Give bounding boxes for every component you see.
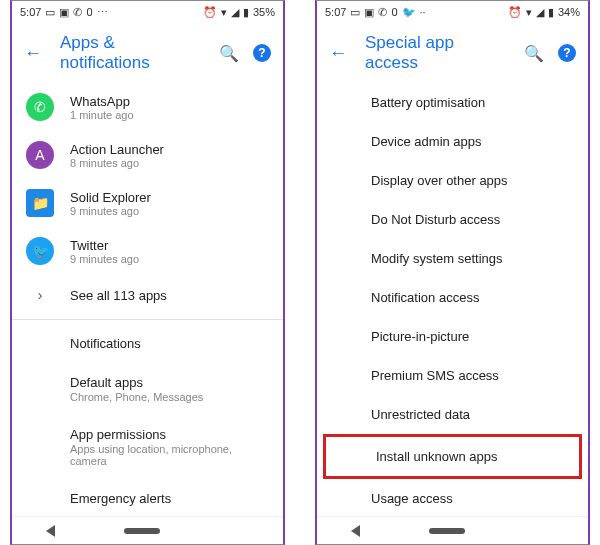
app-subtitle: 9 minutes ago — [70, 253, 139, 265]
setting-subtitle: Chrome, Phone, Messages — [70, 391, 269, 403]
app-row-whatsapp[interactable]: ✆ WhatsApp 1 minute ago — [12, 83, 283, 131]
setting-app-permissions[interactable]: App permissions Apps using location, mic… — [12, 415, 283, 479]
see-all-apps[interactable]: › See all 113 apps — [12, 275, 283, 315]
content: ✆ WhatsApp 1 minute ago A Action Launche… — [12, 83, 283, 516]
app-bar: ← Apps & notifications 🔍 ? — [12, 23, 283, 83]
nav-bar — [12, 516, 283, 544]
phone-left: 5:07 ▭ ▣ ✆ 0 ⋯ ⏰ ▾ ◢ ▮ 35% ← Apps & noti… — [10, 0, 285, 545]
item-usage-access[interactable]: Usage access — [317, 479, 588, 516]
status-bar: 5:07 ▭ ▣ ✆ 0 🐦 ·· ⏰ ▾ ◢ ▮ 34% — [317, 1, 588, 23]
cast-icon: ▣ — [364, 6, 374, 19]
back-button[interactable]: ← — [329, 43, 347, 64]
cast-icon: ▣ — [59, 6, 69, 19]
help-icon[interactable]: ? — [558, 44, 576, 62]
wifi-icon: ▾ — [526, 6, 532, 19]
battery-icon: ▮ — [243, 6, 249, 19]
status-right: ⏰ ▾ ◢ ▮ 34% — [508, 6, 580, 19]
battery-percent: 34% — [558, 6, 580, 18]
app-name: WhatsApp — [70, 94, 134, 109]
pip-icon: ▭ — [350, 6, 360, 19]
app-row-twitter[interactable]: 🐦 Twitter 9 minutes ago — [12, 227, 283, 275]
item-battery-optimisation[interactable]: Battery optimisation — [317, 83, 588, 122]
content: Battery optimisation Device admin apps D… — [317, 83, 588, 516]
see-all-label: See all 113 apps — [70, 288, 167, 303]
whatsapp-icon: ✆ — [26, 93, 54, 121]
battery-percent: 35% — [253, 6, 275, 18]
item-modify-system-settings[interactable]: Modify system settings — [317, 239, 588, 278]
kbps-indicator: 0 — [86, 6, 92, 18]
status-time: 5:07 — [20, 6, 41, 18]
nav-back-icon[interactable] — [46, 525, 55, 537]
page-title: Apps & notifications — [60, 33, 201, 73]
header-actions: 🔍 ? — [219, 44, 271, 63]
signal-icon: ◢ — [536, 6, 544, 19]
status-right: ⏰ ▾ ◢ ▮ 35% — [203, 6, 275, 19]
status-left: 5:07 ▭ ▣ ✆ 0 🐦 ·· — [325, 6, 426, 19]
app-name: Action Launcher — [70, 142, 164, 157]
status-left: 5:07 ▭ ▣ ✆ 0 ⋯ — [20, 6, 108, 19]
back-button[interactable]: ← — [24, 43, 42, 64]
whatsapp-status-icon: ✆ — [73, 6, 82, 19]
highlight-install-unknown-apps: Install unknown apps — [323, 434, 582, 479]
setting-default-apps[interactable]: Default apps Chrome, Phone, Messages — [12, 363, 283, 415]
item-unrestricted-data[interactable]: Unrestricted data — [317, 395, 588, 434]
setting-title: Notifications — [70, 336, 269, 351]
app-bar: ← Special app access 🔍 ? — [317, 23, 588, 83]
pip-icon: ▭ — [45, 6, 55, 19]
setting-title: Default apps — [70, 375, 269, 390]
header-actions: 🔍 ? — [524, 44, 576, 63]
battery-icon: ▮ — [548, 6, 554, 19]
twitter-status-icon: 🐦 — [402, 6, 416, 19]
alarm-icon: ⏰ — [203, 6, 217, 19]
search-icon[interactable]: 🔍 — [524, 44, 544, 63]
status-time: 5:07 — [325, 6, 346, 18]
wifi-icon: ▾ — [221, 6, 227, 19]
kbps-indicator: 0 — [391, 6, 397, 18]
item-display-over-other-apps[interactable]: Display over other apps — [317, 161, 588, 200]
item-picture-in-picture[interactable]: Picture-in-picture — [317, 317, 588, 356]
setting-subtitle: Apps using location, microphone, camera — [70, 443, 269, 467]
setting-emergency-alerts[interactable]: Emergency alerts — [12, 479, 283, 516]
app-subtitle: 9 minutes ago — [70, 205, 151, 217]
search-icon[interactable]: 🔍 — [219, 44, 239, 63]
nav-bar — [317, 516, 588, 544]
item-do-not-disturb-access[interactable]: Do Not Disturb access — [317, 200, 588, 239]
app-subtitle: 1 minute ago — [70, 109, 134, 121]
solid-explorer-icon: 📁 — [26, 189, 54, 217]
setting-title: App permissions — [70, 427, 269, 442]
app-name: Solid Explorer — [70, 190, 151, 205]
nav-back-icon[interactable] — [351, 525, 360, 537]
setting-title: Emergency alerts — [70, 491, 269, 506]
more-dots-icon: ·· — [420, 6, 426, 18]
alarm-icon: ⏰ — [508, 6, 522, 19]
app-name: Twitter — [70, 238, 139, 253]
nav-home-icon[interactable] — [429, 528, 465, 534]
help-icon[interactable]: ? — [253, 44, 271, 62]
item-notification-access[interactable]: Notification access — [317, 278, 588, 317]
divider — [12, 319, 283, 320]
status-bar: 5:07 ▭ ▣ ✆ 0 ⋯ ⏰ ▾ ◢ ▮ 35% — [12, 1, 283, 23]
app-subtitle: 8 minutes ago — [70, 157, 164, 169]
item-install-unknown-apps[interactable]: Install unknown apps — [326, 437, 579, 476]
chevron-right-icon: › — [26, 287, 54, 303]
twitter-icon: 🐦 — [26, 237, 54, 265]
action-launcher-icon: A — [26, 141, 54, 169]
phone-right: 5:07 ▭ ▣ ✆ 0 🐦 ·· ⏰ ▾ ◢ ▮ 34% ← Special … — [315, 0, 590, 545]
setting-notifications[interactable]: Notifications — [12, 324, 283, 363]
whatsapp-status-icon: ✆ — [378, 6, 387, 19]
app-row-action-launcher[interactable]: A Action Launcher 8 minutes ago — [12, 131, 283, 179]
item-device-admin-apps[interactable]: Device admin apps — [317, 122, 588, 161]
page-title: Special app access — [365, 33, 506, 73]
item-premium-sms-access[interactable]: Premium SMS access — [317, 356, 588, 395]
nav-home-icon[interactable] — [124, 528, 160, 534]
signal-icon: ◢ — [231, 6, 239, 19]
more-icon: ⋯ — [97, 6, 108, 19]
app-row-solid-explorer[interactable]: 📁 Solid Explorer 9 minutes ago — [12, 179, 283, 227]
